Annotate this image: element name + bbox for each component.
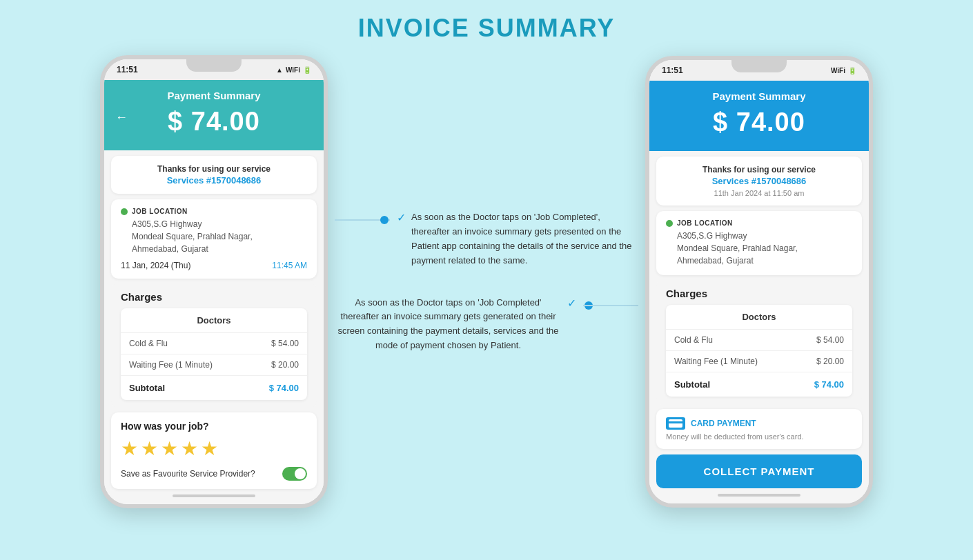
left-subtotal: Subtotal $ 74.00 [121,376,307,400]
left-charge2: Waiting Fee (1 Minute) $ 20.00 [121,354,307,376]
collect-payment-button[interactable]: COLLECT PAYMENT [656,454,862,488]
card-icon [666,417,685,430]
right-service-id: Services #1570048686 [666,176,852,186]
left-location-address: A305,S.G Highway Mondeal Square, Prahlad… [121,218,307,255]
right-connector-bottom [583,299,638,312]
right-header-amount: $ 74.00 [660,108,858,137]
right-location-address: A305,S.G Highway Mondeal Square, Prahlad… [666,230,852,267]
left-stars: ★★★★★ [121,437,307,460]
top-annotation: ✓ As soon as the Doctor taps on 'Job Com… [335,210,638,268]
left-charge1: Cold & Flu $ 54.00 [121,333,307,354]
right-status-bar: 11:51 WiFi🔋 [649,60,869,81]
right-notch [731,60,787,72]
right-header: Payment Summary $ 74.00 [649,81,869,151]
right-service-label: Thanks for using our service [666,165,852,174]
left-location-section: JOB LOCATION A305,S.G Highway Mondeal Sq… [111,199,317,279]
left-phone: 11:51 ▲WiFi🔋 ← Payment Summary $ 74.00 T… [100,55,328,508]
left-service-card: Thanks for using our service Services #1… [111,156,317,194]
bottom-check-icon: ✓ [567,297,576,310]
left-connector-top [335,213,390,227]
right-payment-method: CARD PAYMENT Money will be deducted from… [656,409,862,449]
right-header-title: Payment Summary [660,90,858,102]
left-doctors-label: Doctors [121,308,307,333]
right-payment-desc: Money will be deducted from user's card. [666,432,852,441]
page-title: INVOICE SUMMARY [358,14,616,43]
left-notch [186,59,242,72]
bottom-annotation-text: As soon as the Doctor taps on 'Job Compl… [335,296,562,353]
left-toggle[interactable] [282,467,307,481]
left-status-bar: 11:51 ▲WiFi🔋 [104,59,324,80]
right-doctors-label: Doctors [666,305,852,330]
left-header-title: Payment Summary [115,90,313,101]
right-status-icons: WiFi🔋 [831,67,856,74]
annotation-area: ✓ As soon as the Doctor taps on 'Job Com… [328,197,645,366]
bottom-annotation: As soon as the Doctor taps on 'Job Compl… [335,296,638,353]
top-annotation-text: As soon as the Doctor taps on 'Job Compl… [411,210,638,268]
right-location-dot [666,220,673,227]
left-phone-body: Thanks for using our service Services #1… [104,150,324,504]
left-charges-box: Doctors Cold & Flu $ 54.00 Waiting Fee (… [121,308,307,400]
right-charges-box: Doctors Cold & Flu $ 54.00 Waiting Fee (… [666,305,852,397]
left-favourite-label: Save as Favourite Service Provider? [121,469,255,479]
right-home-indicator [718,494,800,497]
left-rating-title: How was your job? [121,421,307,432]
right-charge2: Waiting Fee (1 Minute) $ 20.00 [666,351,852,372]
right-charge1: Cold & Flu $ 54.00 [666,330,852,351]
left-header: ← Payment Summary $ 74.00 [104,80,324,150]
right-location-section: JOB LOCATION A305,S.G Highway Mondeal Sq… [656,211,862,275]
left-charges-section: Charges Doctors Cold & Flu $ 54.00 Waiti… [111,283,317,408]
right-payment-label: CARD PAYMENT [666,417,852,430]
left-location-title: JOB LOCATION [132,208,188,215]
right-service-card: Thanks for using our service Services #1… [656,157,862,206]
left-header-amount: $ 74.00 [115,107,313,137]
top-check-icon: ✓ [397,211,406,224]
right-status-time: 11:51 [662,66,683,75]
left-service-id: Services #1570048686 [121,175,307,186]
left-favourite-row: Save as Favourite Service Provider? [121,467,307,481]
left-rating-section: How was your job? ★★★★★ Save as Favourit… [111,412,317,489]
right-subtotal: Subtotal $ 74.00 [666,372,852,397]
right-charges-title: Charges [666,288,852,299]
left-status-icons: ▲WiFi🔋 [276,66,311,74]
left-location-dot [121,208,128,215]
left-time: 11:45 AM [272,261,307,270]
card-icon-inner [669,419,682,428]
svg-point-1 [380,216,389,224]
left-date: 11 Jan, 2024 (Thu) [121,261,190,270]
right-phone-body: Thanks for using our service Services #1… [649,151,869,503]
left-charges-title: Charges [121,291,307,303]
right-service-date: 11th Jan 2024 at 11:50 am [666,189,852,197]
back-button-left[interactable]: ← [115,110,128,125]
left-home-indicator [173,494,255,497]
right-charges-section: Charges Doctors Cold & Flu $ 54.00 Waiti… [656,279,862,405]
left-status-time: 11:51 [117,65,138,74]
right-location-title: JOB LOCATION [677,219,733,227]
left-service-label: Thanks for using our service [121,164,307,174]
right-phone: 11:51 WiFi🔋 Payment Summary $ 74.00 Than… [645,56,873,508]
